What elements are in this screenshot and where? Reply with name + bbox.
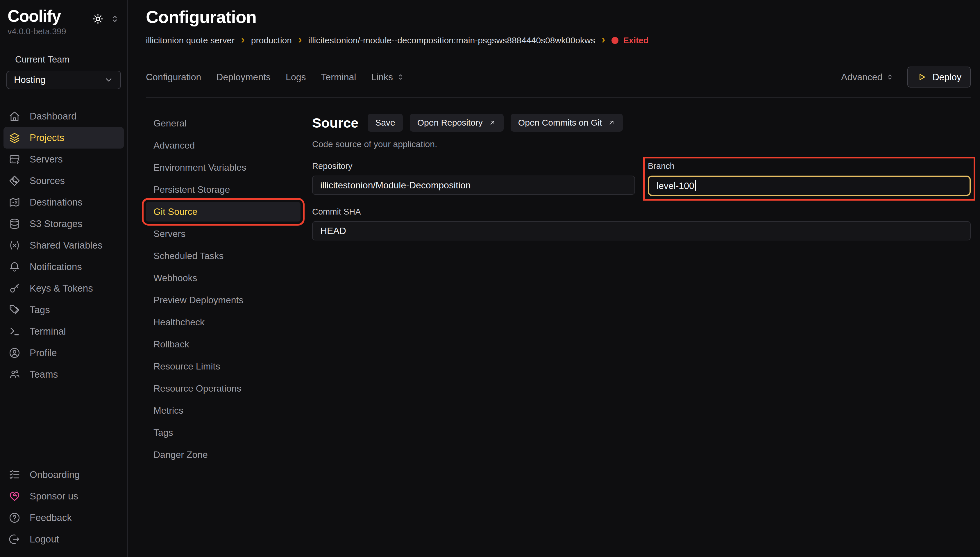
settings-subnav: General Advanced Environment Variables P… xyxy=(146,114,312,557)
sidebar-item-shared-variables[interactable]: Shared Variables xyxy=(3,235,124,256)
sidebar-header: Coolify v4.0.0-beta.399 xyxy=(0,8,127,65)
status-text: Exited xyxy=(623,36,648,46)
sidebar-item-label: Keys & Tokens xyxy=(30,283,93,294)
subnav-item-advanced[interactable]: Advanced xyxy=(146,136,312,155)
play-icon xyxy=(917,72,926,82)
subnav-item-scheduled-tasks[interactable]: Scheduled Tasks xyxy=(146,246,312,266)
breadcrumb-separator-icon: › xyxy=(241,35,245,46)
users-icon xyxy=(9,369,20,380)
branch-input[interactable]: level-100 xyxy=(648,176,971,196)
save-button[interactable]: Save xyxy=(368,114,403,132)
home-icon xyxy=(9,111,20,122)
breadcrumb-application[interactable]: illicitestonion/-module--decomposition:m… xyxy=(308,36,595,46)
advanced-menu[interactable]: Advanced xyxy=(841,72,894,83)
sidebar-item-s3-storages[interactable]: S3 Storages xyxy=(3,213,124,235)
app-logo: Coolify xyxy=(8,8,66,25)
sidebar-item-label: Onboarding xyxy=(30,469,80,480)
sidebar-item-teams[interactable]: Teams xyxy=(3,364,124,385)
open-commits-button[interactable]: Open Commits on Git xyxy=(510,114,623,132)
open-repository-button[interactable]: Open Repository xyxy=(410,114,504,132)
key-icon xyxy=(9,283,20,294)
tab-deployments[interactable]: Deployments xyxy=(216,72,271,83)
commit-sha-input[interactable]: HEAD xyxy=(312,221,971,240)
subnav-item-webhooks[interactable]: Webhooks xyxy=(146,268,312,288)
subnav-item-resource-limits[interactable]: Resource Limits xyxy=(146,357,312,376)
source-heading: Source xyxy=(312,115,358,131)
subnav-item-persistent-storage[interactable]: Persistent Storage xyxy=(146,180,312,199)
repository-value: illicitestonion/Module-Decomposition xyxy=(320,180,471,191)
sidebar-item-destinations[interactable]: Destinations xyxy=(3,192,124,213)
tab-terminal[interactable]: Terminal xyxy=(321,72,356,83)
breadcrumb-separator-icon: › xyxy=(298,35,302,46)
subnav-item-danger-zone[interactable]: Danger Zone xyxy=(146,445,312,464)
sidebar-item-onboarding[interactable]: Onboarding xyxy=(3,464,124,485)
tags-icon xyxy=(9,304,20,316)
sidebar-item-logout[interactable]: Logout xyxy=(3,529,124,550)
sidebar-item-label: Notifications xyxy=(30,261,82,272)
team-select-value: Hosting xyxy=(14,75,46,85)
subnav-item-git-source[interactable]: Git Source xyxy=(146,202,301,221)
chevron-down-icon xyxy=(104,75,113,85)
commit-sha-value: HEAD xyxy=(320,226,346,236)
tab-configuration[interactable]: Configuration xyxy=(146,72,201,83)
repository-input[interactable]: illicitestonion/Module-Decomposition xyxy=(312,176,635,195)
commit-sha-field-group: Commit SHA HEAD xyxy=(312,207,971,240)
breadcrumb-environment[interactable]: production xyxy=(251,36,292,46)
sidebar-item-profile[interactable]: Profile xyxy=(3,342,124,364)
team-select[interactable]: Hosting xyxy=(7,71,121,89)
open-repository-label: Open Repository xyxy=(417,118,483,128)
subnav-item-healthcheck[interactable]: Healthcheck xyxy=(146,313,312,332)
sidebar-item-label: Sponsor us xyxy=(30,491,78,502)
sidebar-item-sponsor[interactable]: Sponsor us xyxy=(3,485,124,507)
user-circle-icon xyxy=(9,347,20,359)
subnav-item-environment-variables[interactable]: Environment Variables xyxy=(146,158,312,178)
deploy-button[interactable]: Deploy xyxy=(907,67,971,88)
tab-logs[interactable]: Logs xyxy=(286,72,306,83)
subnav-item-servers[interactable]: Servers xyxy=(146,224,312,244)
sidebar-item-servers[interactable]: Servers xyxy=(3,148,124,170)
subnav-item-general[interactable]: General xyxy=(146,114,312,133)
chevrons-up-down-icon xyxy=(397,73,405,81)
breadcrumb-project[interactable]: illicitonion quote server xyxy=(146,36,234,46)
bell-icon xyxy=(9,261,20,273)
sidebar-item-sources[interactable]: Sources xyxy=(3,170,124,192)
branch-label: Branch xyxy=(648,161,971,171)
sidebar-nav: Dashboard Projects Servers Sources xyxy=(0,106,127,385)
git-source-panel: Source Save Open Repository Open Commits… xyxy=(312,114,971,557)
tab-links-label: Links xyxy=(371,72,393,83)
subnav-item-preview-deployments[interactable]: Preview Deployments xyxy=(146,290,312,310)
sidebar-item-label: Tags xyxy=(30,305,50,316)
current-team-label: Current Team xyxy=(15,54,112,65)
layers-icon xyxy=(9,132,20,143)
sidebar-item-dashboard[interactable]: Dashboard xyxy=(3,106,124,127)
external-link-icon xyxy=(489,119,496,127)
sidebar-item-notifications[interactable]: Notifications xyxy=(3,256,124,278)
git-source-icon xyxy=(9,175,20,187)
theme-selector-chevrons-icon[interactable] xyxy=(110,14,120,24)
database-icon xyxy=(9,218,20,230)
terminal-icon xyxy=(9,326,20,337)
sidebar-item-tags[interactable]: Tags xyxy=(3,299,124,321)
chevrons-up-down-icon xyxy=(886,73,894,81)
sidebar-item-projects[interactable]: Projects xyxy=(3,127,124,148)
text-cursor xyxy=(695,180,696,191)
sidebar-item-keys-tokens[interactable]: Keys & Tokens xyxy=(3,278,124,299)
sidebar-item-label: Servers xyxy=(30,154,63,165)
theme-sun-icon[interactable] xyxy=(92,13,104,25)
sidebar: Coolify v4.0.0-beta.399 xyxy=(0,0,128,557)
sidebar-item-label: S3 Storages xyxy=(30,218,83,230)
sidebar-item-label: Logout xyxy=(30,534,59,545)
sidebar-item-feedback[interactable]: Feedback xyxy=(3,507,124,529)
configuration-content: General Advanced Environment Variables P… xyxy=(146,114,971,557)
repository-field-group: Repository illicitestonion/Module-Decomp… xyxy=(312,161,635,196)
breadcrumb-separator-icon: › xyxy=(601,35,605,46)
checklist-icon xyxy=(9,469,20,480)
subnav-item-rollback[interactable]: Rollback xyxy=(146,335,312,354)
heart-icon xyxy=(9,490,20,502)
subnav-item-metrics[interactable]: Metrics xyxy=(146,401,312,420)
subnav-item-resource-operations[interactable]: Resource Operations xyxy=(146,379,312,398)
subnav-item-tags[interactable]: Tags xyxy=(146,423,312,443)
sidebar-item-terminal[interactable]: Terminal xyxy=(3,321,124,342)
sidebar-item-label: Destinations xyxy=(30,197,83,208)
tab-links[interactable]: Links xyxy=(371,72,405,83)
